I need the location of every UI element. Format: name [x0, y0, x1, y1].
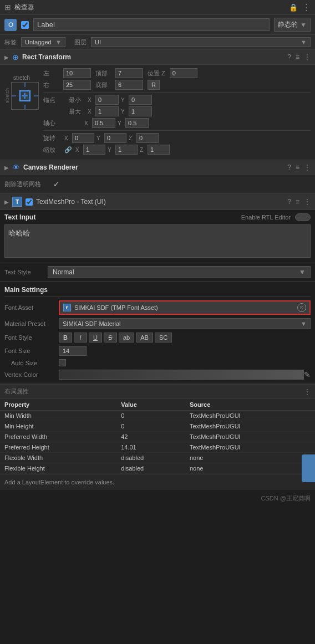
font-style-bold[interactable]: B [59, 333, 72, 343]
r-button[interactable]: R [148, 80, 160, 90]
scale-z[interactable] [148, 145, 170, 155]
color-picker-icon[interactable]: ✎ [304, 370, 311, 379]
tmp-help-icon[interactable]: ? [287, 198, 291, 206]
scale-y[interactable] [115, 145, 138, 155]
pivot-x[interactable] [92, 118, 115, 128]
font-style-smallcaps[interactable]: SC [155, 333, 172, 343]
rect-transform-menu-icon[interactable]: ⋮ [304, 53, 311, 61]
color-swatch[interactable] [59, 370, 304, 380]
rot-z[interactable] [136, 133, 159, 143]
top-input[interactable] [115, 68, 143, 78]
font-style-lowercase[interactable]: ab [119, 333, 134, 343]
pivot-y[interactable] [125, 118, 149, 128]
tmp-menu-icon[interactable]: ⋮ [304, 198, 311, 206]
rect-transform-header[interactable]: ▶ ⊕ Rect Transform ? ≡ ⋮ [0, 50, 315, 65]
tag-dropdown[interactable]: Untagged ▼ [21, 37, 65, 47]
layout-cell-source: TextMeshProUGUI [185, 421, 315, 432]
vertex-color-row: Vertex Color ✎ [4, 368, 311, 381]
canvas-renderer-settings-icon[interactable]: ≡ [296, 163, 299, 171]
anchor-min-y[interactable] [129, 95, 152, 105]
layout-table-row: Preferred Width42TextMeshProUGUI [0, 432, 315, 442]
object-active-checkbox[interactable] [21, 21, 29, 29]
object-name-input[interactable] [33, 18, 270, 31]
layout-cell-value: 0 [116, 421, 185, 432]
font-asset-box[interactable]: F SIMKAI SDF (TMP Font Asset) ⊙ [59, 300, 311, 315]
font-asset-select-icon[interactable]: ⊙ [297, 303, 306, 312]
material-preset-row: Material Preset SIMKAI SDF Material ▼ [4, 316, 311, 331]
layout-cell-value: disabled [116, 453, 185, 463]
inspector-header: ⊞ 检查器 🔒 ⋮ [0, 0, 315, 15]
auto-size-checkbox[interactable] [59, 359, 66, 366]
textmeshpro-header[interactable]: ▶ T TextMeshPro - Text (UI) ? ≡ ⋮ [0, 194, 315, 210]
layout-menu-icon[interactable]: ⋮ [304, 388, 311, 396]
left-input[interactable] [63, 68, 91, 78]
canvas-renderer-header[interactable]: ▶ 👁 Canvas Renderer ? ≡ ⋮ [0, 160, 315, 175]
link-icon[interactable]: 🔗 [64, 146, 72, 154]
bottom-input[interactable] [115, 80, 143, 90]
layout-cell-source: TextMeshProUGUI [185, 432, 315, 442]
rotation-label: 旋转 [43, 134, 61, 142]
canvas-row: 剔除透明网格 ✓ [4, 178, 311, 190]
tmp-settings-icon[interactable]: ≡ [296, 198, 299, 206]
col-source: Source [185, 399, 315, 411]
rect-row-2: 右 底部 R [43, 80, 311, 90]
bottom-label: 底部 [95, 81, 111, 89]
font-size-input[interactable] [59, 346, 87, 356]
rot-x[interactable] [72, 133, 94, 143]
scale-x[interactable] [83, 145, 105, 155]
rot-z-axis: Z [129, 135, 134, 141]
layout-table-row: Min Width0TextMeshProUGUI [0, 411, 315, 421]
material-dropdown[interactable]: SIMKAI SDF Material ▼ [59, 318, 311, 329]
rect-transform-collapse-arrow: ▶ [4, 54, 9, 60]
text-input-label: Text Input [4, 213, 35, 221]
rect-transform-help-icon[interactable]: ? [287, 53, 291, 61]
anchor-max-row: 最大 X Y [43, 106, 311, 116]
tag-value: Untagged [25, 39, 52, 45]
font-style-buttons: B I U S ab AB SC [59, 333, 172, 343]
right-input[interactable] [63, 80, 91, 90]
font-size-row: Font Size [4, 344, 311, 357]
stretch-box[interactable]: ✛ [11, 82, 39, 110]
font-style-uppercase[interactable]: AB [136, 333, 153, 343]
stretch-side-label: stretch [4, 88, 10, 103]
layout-cell-source: none [185, 453, 315, 463]
auto-size-value-area [59, 359, 311, 366]
tmp-active-checkbox[interactable] [26, 198, 33, 206]
scale-x-axis: X [75, 147, 81, 153]
canvas-renderer-menu-icon[interactable]: ⋮ [304, 163, 311, 171]
rect-values: 左 顶部 位置 Z 右 底部 R 锚点 最小 X [43, 68, 311, 156]
scale-label: 缩放 [43, 146, 61, 154]
layer-dropdown[interactable]: UI ▼ [91, 37, 311, 47]
anchor-max-x[interactable] [95, 106, 119, 116]
tag-arrow: ▼ [55, 39, 62, 45]
font-style-underline[interactable]: U [89, 333, 102, 343]
anchor-min-x[interactable] [95, 95, 119, 105]
anchor-line-right [34, 96, 38, 96]
pin-icon[interactable]: 🔒 [289, 3, 298, 12]
rtl-toggle[interactable] [295, 213, 311, 221]
font-style-italic[interactable]: I [74, 333, 87, 343]
layout-title: 布局属性 [4, 387, 29, 396]
text-style-label: Text Style [4, 269, 43, 275]
font-style-strikethrough[interactable]: S [104, 333, 117, 343]
layout-header: 布局属性 ⋮ [0, 385, 315, 399]
text-area[interactable]: 哈哈哈 [4, 224, 311, 258]
inspector-header-right: 🔒 ⋮ [289, 2, 311, 12]
static-dropdown[interactable]: 静态的 ▼ [274, 18, 311, 32]
anchor-max-y[interactable] [129, 106, 152, 116]
right-scroll-button[interactable] [302, 454, 315, 482]
posz-input[interactable] [170, 68, 197, 78]
layout-cell-source: TextMeshProUGUI [185, 411, 315, 421]
text-input-section: Text Input Enable RTL Editor 哈哈哈 [0, 210, 315, 263]
rot-y[interactable] [104, 133, 126, 143]
menu-icon[interactable]: ⋮ [302, 2, 311, 12]
canvas-renderer-help-icon[interactable]: ? [287, 163, 291, 171]
text-style-value: Normal [53, 268, 74, 276]
font-style-row: Font Style B I U S ab AB SC [4, 331, 311, 344]
text-style-dropdown[interactable]: Normal ▼ [48, 266, 311, 278]
rect-transform-settings-icon[interactable]: ≡ [296, 53, 299, 61]
text-style-arrow: ▼ [299, 268, 306, 276]
layer-arrow: ▼ [301, 39, 307, 45]
material-value: SIMKAI SDF Material [63, 320, 121, 327]
canvas-renderer-arrow: ▶ [4, 165, 9, 171]
